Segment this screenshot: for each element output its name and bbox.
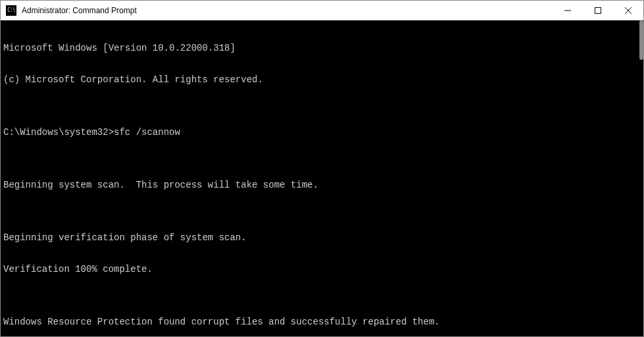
- minimize-icon: [564, 7, 571, 14]
- output-line: Verification 100% complete.: [3, 264, 641, 274]
- output-line: Beginning verification phase of system s…: [3, 232, 641, 243]
- titlebar[interactable]: C:\ Administrator: Command Prompt: [1, 1, 643, 20]
- output-line: C:\Windows\system32>sfc /scannow: [3, 127, 641, 138]
- output-line: Beginning system scan. This process will…: [3, 180, 641, 190]
- terminal-output[interactable]: Microsoft Windows [Version 10.0.22000.31…: [1, 20, 643, 336]
- close-button[interactable]: [613, 1, 643, 20]
- cmd-icon: C:\: [6, 5, 16, 16]
- svg-rect-1: [595, 7, 601, 13]
- output-line: Windows Resource Protection found corrup…: [3, 317, 641, 327]
- window-title: Administrator: Command Prompt: [22, 6, 553, 15]
- minimize-button[interactable]: [553, 1, 583, 20]
- output-line: Microsoft Windows [Version 10.0.22000.31…: [3, 43, 641, 53]
- window-controls: [553, 1, 643, 20]
- close-icon: [625, 7, 632, 14]
- scrollbar-thumb[interactable]: [639, 20, 643, 60]
- output-line: (c) Microsoft Corporation. All rights re…: [3, 74, 641, 85]
- command-prompt-window: C:\ Administrator: Command Prompt Micros…: [0, 0, 644, 337]
- maximize-icon: [595, 7, 601, 14]
- maximize-button[interactable]: [583, 1, 613, 20]
